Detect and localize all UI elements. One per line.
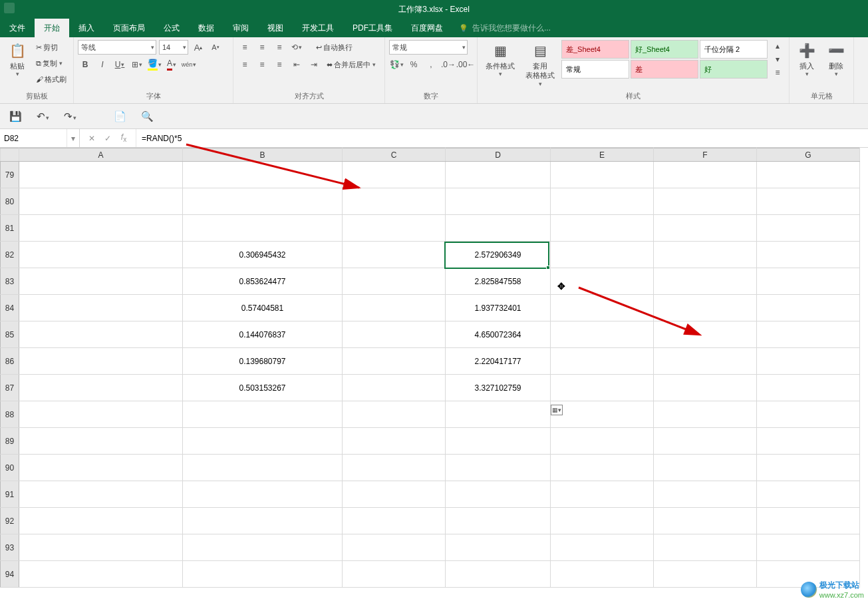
table-row[interactable]: 79 [1, 162, 860, 188]
cell[interactable] [551, 162, 654, 188]
cell[interactable] [183, 215, 343, 242]
row-header[interactable]: 81 [1, 215, 19, 242]
row-header[interactable]: 89 [1, 428, 19, 455]
table-row[interactable]: 93 [1, 534, 860, 561]
table-row[interactable]: 92 [1, 508, 860, 534]
cell[interactable] [183, 561, 343, 588]
cell[interactable] [446, 188, 551, 215]
insert-function-button[interactable]: fx [116, 132, 132, 143]
tab-data[interactable]: 数据 [189, 19, 223, 37]
tab-pdf[interactable]: PDF工具集 [343, 19, 402, 37]
cell[interactable] [19, 348, 183, 375]
cell[interactable] [343, 268, 446, 295]
name-box-input[interactable] [0, 134, 67, 143]
copy-button[interactable]: ⧉复制▾ [33, 56, 69, 71]
styles-scroll-down[interactable]: ▾ [770, 53, 785, 65]
accounting-format-button[interactable]: 💱▾ [389, 57, 404, 72]
tell-me-search[interactable]: 💡 告诉我您想要做什么... [459, 19, 551, 37]
phonetic-button[interactable]: wén▾ [182, 57, 196, 72]
number-format-select[interactable]: 常规 [389, 40, 468, 55]
cell[interactable] [654, 428, 757, 455]
print-preview-button[interactable]: 🔍 [138, 109, 156, 124]
cell[interactable] [654, 188, 757, 215]
cell[interactable] [757, 455, 860, 481]
table-row[interactable]: 94 [1, 561, 860, 588]
cell[interactable] [183, 188, 343, 215]
cell[interactable] [343, 428, 446, 455]
spreadsheet-grid[interactable]: A B C D E F G 798081820.3069454322.57290… [0, 148, 860, 588]
cell[interactable] [551, 188, 654, 215]
name-box[interactable]: ▾ [0, 129, 80, 147]
cell[interactable] [19, 321, 183, 348]
cell[interactable] [757, 242, 860, 268]
cell[interactable] [654, 242, 757, 268]
cell[interactable] [19, 508, 183, 534]
table-row[interactable]: 81 [1, 215, 860, 242]
cell[interactable] [19, 481, 183, 508]
decrease-font-button[interactable]: A▾ [208, 40, 223, 55]
cell[interactable] [446, 455, 551, 481]
col-B[interactable]: B [183, 148, 343, 162]
delete-cells-button[interactable]: ➖ 删除▾ [823, 40, 849, 80]
font-color-button[interactable]: A▾ [164, 57, 179, 72]
cell[interactable] [19, 455, 183, 481]
tab-baidu[interactable]: 百度网盘 [402, 19, 452, 37]
autofill-options-button[interactable]: ▦▾ [551, 405, 563, 415]
cell[interactable] [757, 481, 860, 508]
cell[interactable] [757, 348, 860, 375]
increase-indent-button[interactable]: ⇥ [307, 57, 321, 72]
cell[interactable] [757, 508, 860, 534]
cell[interactable] [19, 401, 183, 428]
table-row[interactable]: 91 [1, 481, 860, 508]
align-center-button[interactable]: ≡ [255, 57, 269, 72]
insert-cells-button[interactable]: ➕ 插入▾ [794, 40, 820, 80]
cell[interactable]: 2.572906349 [446, 242, 551, 268]
row-header[interactable]: 79 [1, 162, 19, 188]
cell[interactable] [446, 215, 551, 242]
table-row[interactable]: 870.5031532673.327102759 [1, 375, 860, 401]
cell[interactable] [757, 534, 860, 561]
cell[interactable] [183, 455, 343, 481]
row-header[interactable]: 80 [1, 188, 19, 215]
tab-file[interactable]: 文件 [0, 19, 35, 37]
cell[interactable] [654, 561, 757, 588]
border-button[interactable]: ⊞▾ [130, 57, 144, 72]
cell[interactable] [551, 481, 654, 508]
cell-styles-gallery[interactable]: 差_Sheet4 好_Sheet4 千位分隔 2 常规 差 好 [561, 40, 768, 79]
table-row[interactable]: 89 [1, 428, 860, 455]
cell[interactable] [654, 455, 757, 481]
cell[interactable] [343, 534, 446, 561]
decrease-indent-button[interactable]: ⇤ [289, 57, 304, 72]
orientation-button[interactable]: ⟲▾ [289, 40, 304, 55]
tab-developer[interactable]: 开发工具 [293, 19, 343, 37]
percent-button[interactable]: % [406, 57, 421, 72]
table-row[interactable]: 820.3069454322.572906349 [1, 242, 860, 268]
cell[interactable] [551, 295, 654, 321]
style-bad2[interactable]: 差 [631, 60, 698, 79]
row-header[interactable]: 85 [1, 321, 19, 348]
table-row[interactable]: 850.1440768374.650072364 [1, 321, 860, 348]
cell[interactable] [343, 561, 446, 588]
align-left-button[interactable]: ≡ [237, 57, 252, 72]
cell[interactable] [343, 455, 446, 481]
font-size-select[interactable]: 14 [159, 40, 188, 55]
table-row[interactable]: 80 [1, 188, 860, 215]
increase-decimal-button[interactable]: .0→ [441, 57, 456, 72]
row-header[interactable]: 84 [1, 295, 19, 321]
select-all-corner[interactable] [1, 148, 19, 162]
cell[interactable] [654, 401, 757, 428]
save-button[interactable]: 💾 [7, 109, 25, 124]
cell[interactable] [757, 162, 860, 188]
style-good2[interactable]: 好 [700, 60, 768, 79]
table-row[interactable]: 88 [1, 401, 860, 428]
tab-pagelayout[interactable]: 页面布局 [104, 19, 154, 37]
undo-button[interactable]: ↶▾ [34, 109, 52, 124]
cell[interactable] [551, 268, 654, 295]
cell[interactable] [19, 375, 183, 401]
table-row[interactable]: 860.1396807972.220417177 [1, 348, 860, 375]
row-header[interactable]: 92 [1, 508, 19, 534]
cell[interactable] [551, 455, 654, 481]
cell[interactable] [446, 561, 551, 588]
row-header[interactable]: 94 [1, 561, 19, 588]
cell[interactable]: 0.139680797 [183, 348, 343, 375]
